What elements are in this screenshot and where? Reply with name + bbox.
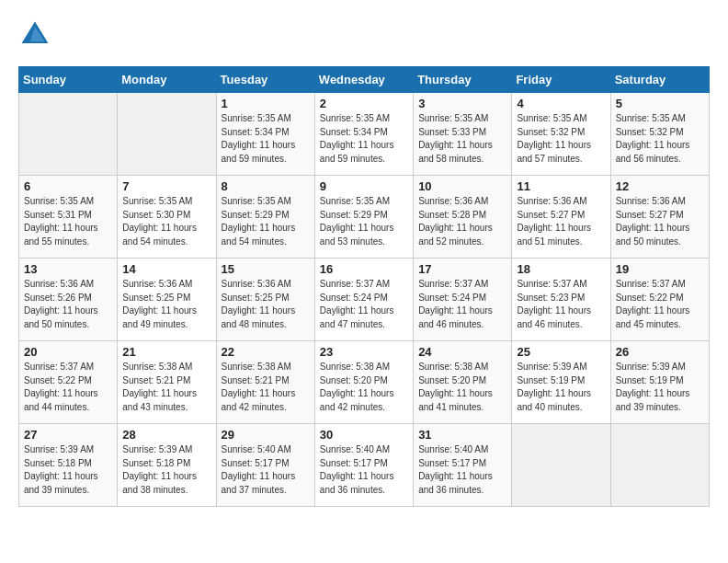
day-number: 13 (24, 262, 112, 276)
day-info: Sunrise: 5:35 AM Sunset: 5:29 PM Dayligh… (222, 195, 310, 248)
calendar-cell: 25Sunrise: 5:39 AM Sunset: 5:19 PM Dayli… (512, 341, 610, 424)
calendar-cell: 3Sunrise: 5:35 AM Sunset: 5:33 PM Daylig… (414, 93, 512, 176)
calendar-cell: 23Sunrise: 5:38 AM Sunset: 5:20 PM Dayli… (314, 341, 413, 424)
day-number: 7 (122, 179, 210, 193)
calendar-cell: 11Sunrise: 5:36 AM Sunset: 5:27 PM Dayli… (512, 176, 610, 259)
weekday-header-row: SundayMondayTuesdayWednesdayThursdayFrid… (19, 67, 710, 93)
calendar-cell: 15Sunrise: 5:36 AM Sunset: 5:25 PM Dayli… (216, 259, 314, 341)
calendar-cell: 7Sunrise: 5:35 AM Sunset: 5:30 PM Daylig… (118, 176, 216, 259)
day-number: 29 (222, 428, 310, 442)
day-info: Sunrise: 5:37 AM Sunset: 5:22 PM Dayligh… (24, 361, 112, 414)
day-info: Sunrise: 5:40 AM Sunset: 5:17 PM Dayligh… (320, 443, 408, 497)
day-info: Sunrise: 5:37 AM Sunset: 5:22 PM Dayligh… (616, 278, 704, 331)
day-info: Sunrise: 5:37 AM Sunset: 5:24 PM Dayligh… (320, 278, 408, 331)
day-number: 3 (418, 97, 506, 110)
calendar-cell (19, 93, 118, 176)
day-info: Sunrise: 5:37 AM Sunset: 5:24 PM Dayligh… (418, 278, 506, 331)
calendar-cell: 12Sunrise: 5:36 AM Sunset: 5:27 PM Dayli… (610, 176, 709, 259)
day-info: Sunrise: 5:38 AM Sunset: 5:21 PM Dayligh… (222, 361, 310, 414)
calendar-cell: 27Sunrise: 5:39 AM Sunset: 5:18 PM Dayli… (19, 424, 118, 507)
day-info: Sunrise: 5:37 AM Sunset: 5:23 PM Dayligh… (517, 278, 605, 331)
day-info: Sunrise: 5:35 AM Sunset: 5:29 PM Dayligh… (320, 195, 408, 248)
calendar-cell: 5Sunrise: 5:35 AM Sunset: 5:32 PM Daylig… (610, 93, 709, 176)
weekday-header: Monday (118, 67, 216, 93)
day-info: Sunrise: 5:35 AM Sunset: 5:33 PM Dayligh… (418, 112, 506, 166)
day-number: 26 (616, 345, 704, 359)
calendar-cell: 30Sunrise: 5:40 AM Sunset: 5:17 PM Dayli… (314, 424, 413, 507)
day-info: Sunrise: 5:35 AM Sunset: 5:30 PM Dayligh… (122, 195, 210, 248)
calendar-cell: 20Sunrise: 5:37 AM Sunset: 5:22 PM Dayli… (19, 341, 118, 424)
calendar-cell: 28Sunrise: 5:39 AM Sunset: 5:18 PM Dayli… (118, 424, 216, 507)
day-info: Sunrise: 5:35 AM Sunset: 5:34 PM Dayligh… (222, 112, 310, 166)
day-number: 14 (122, 262, 210, 276)
calendar-cell (610, 424, 709, 507)
day-info: Sunrise: 5:39 AM Sunset: 5:18 PM Dayligh… (24, 443, 112, 497)
calendar-cell: 10Sunrise: 5:36 AM Sunset: 5:28 PM Dayli… (414, 176, 512, 259)
day-number: 31 (418, 428, 506, 442)
day-number: 8 (222, 179, 310, 193)
day-number: 20 (24, 345, 112, 359)
day-info: Sunrise: 5:40 AM Sunset: 5:17 PM Dayligh… (418, 443, 506, 497)
day-number: 18 (517, 262, 605, 276)
day-info: Sunrise: 5:36 AM Sunset: 5:25 PM Dayligh… (122, 278, 210, 331)
day-number: 11 (517, 179, 605, 193)
day-number: 15 (222, 262, 310, 276)
day-number: 19 (616, 262, 704, 276)
calendar-cell: 18Sunrise: 5:37 AM Sunset: 5:23 PM Dayli… (512, 259, 610, 341)
day-number: 25 (517, 345, 605, 359)
weekday-header: Thursday (414, 67, 512, 93)
day-number: 6 (24, 179, 112, 193)
day-info: Sunrise: 5:39 AM Sunset: 5:19 PM Dayligh… (616, 361, 704, 414)
day-number: 22 (222, 345, 310, 359)
calendar-week-row: 20Sunrise: 5:37 AM Sunset: 5:22 PM Dayli… (19, 341, 710, 424)
day-number: 9 (320, 179, 408, 193)
calendar-cell: 31Sunrise: 5:40 AM Sunset: 5:17 PM Dayli… (414, 424, 512, 507)
logo-icon (18, 18, 51, 52)
logo (18, 18, 55, 52)
calendar-week-row: 6Sunrise: 5:35 AM Sunset: 5:31 PM Daylig… (19, 176, 710, 259)
day-info: Sunrise: 5:35 AM Sunset: 5:32 PM Dayligh… (517, 112, 605, 166)
weekday-header: Saturday (610, 67, 709, 93)
calendar-cell: 8Sunrise: 5:35 AM Sunset: 5:29 PM Daylig… (216, 176, 314, 259)
page-header (18, 18, 710, 52)
day-number: 23 (320, 345, 408, 359)
day-info: Sunrise: 5:39 AM Sunset: 5:19 PM Dayligh… (517, 361, 605, 414)
calendar-cell: 6Sunrise: 5:35 AM Sunset: 5:31 PM Daylig… (19, 176, 118, 259)
day-info: Sunrise: 5:38 AM Sunset: 5:20 PM Dayligh… (320, 361, 408, 414)
day-number: 16 (320, 262, 408, 276)
day-number: 30 (320, 428, 408, 442)
calendar-cell: 29Sunrise: 5:40 AM Sunset: 5:17 PM Dayli… (216, 424, 314, 507)
calendar-week-row: 1Sunrise: 5:35 AM Sunset: 5:34 PM Daylig… (19, 93, 710, 176)
calendar-cell: 16Sunrise: 5:37 AM Sunset: 5:24 PM Dayli… (314, 259, 413, 341)
day-number: 4 (517, 97, 605, 110)
weekday-header: Friday (512, 67, 610, 93)
calendar-cell: 22Sunrise: 5:38 AM Sunset: 5:21 PM Dayli… (216, 341, 314, 424)
day-number: 27 (24, 428, 112, 442)
calendar-cell (512, 424, 610, 507)
day-info: Sunrise: 5:36 AM Sunset: 5:28 PM Dayligh… (418, 195, 506, 248)
weekday-header: Tuesday (216, 67, 314, 93)
day-info: Sunrise: 5:35 AM Sunset: 5:34 PM Dayligh… (320, 112, 408, 166)
weekday-header: Sunday (19, 67, 118, 93)
day-number: 10 (418, 179, 506, 193)
day-info: Sunrise: 5:36 AM Sunset: 5:27 PM Dayligh… (517, 195, 605, 248)
day-info: Sunrise: 5:36 AM Sunset: 5:27 PM Dayligh… (616, 195, 704, 248)
day-number: 1 (222, 97, 310, 110)
day-info: Sunrise: 5:36 AM Sunset: 5:25 PM Dayligh… (222, 278, 310, 331)
calendar-table: SundayMondayTuesdayWednesdayThursdayFrid… (18, 66, 710, 507)
calendar-cell: 26Sunrise: 5:39 AM Sunset: 5:19 PM Dayli… (610, 341, 709, 424)
day-number: 24 (418, 345, 506, 359)
day-info: Sunrise: 5:38 AM Sunset: 5:21 PM Dayligh… (122, 361, 210, 414)
day-number: 2 (320, 97, 408, 110)
day-number: 21 (122, 345, 210, 359)
calendar-cell: 9Sunrise: 5:35 AM Sunset: 5:29 PM Daylig… (314, 176, 413, 259)
calendar-cell: 21Sunrise: 5:38 AM Sunset: 5:21 PM Dayli… (118, 341, 216, 424)
calendar-cell: 19Sunrise: 5:37 AM Sunset: 5:22 PM Dayli… (610, 259, 709, 341)
day-info: Sunrise: 5:38 AM Sunset: 5:20 PM Dayligh… (418, 361, 506, 414)
day-info: Sunrise: 5:35 AM Sunset: 5:32 PM Dayligh… (616, 112, 704, 166)
weekday-header: Wednesday (314, 67, 413, 93)
calendar-cell: 24Sunrise: 5:38 AM Sunset: 5:20 PM Dayli… (414, 341, 512, 424)
day-info: Sunrise: 5:40 AM Sunset: 5:17 PM Dayligh… (222, 443, 310, 497)
calendar-cell: 2Sunrise: 5:35 AM Sunset: 5:34 PM Daylig… (314, 93, 413, 176)
calendar-week-row: 27Sunrise: 5:39 AM Sunset: 5:18 PM Dayli… (19, 424, 710, 507)
